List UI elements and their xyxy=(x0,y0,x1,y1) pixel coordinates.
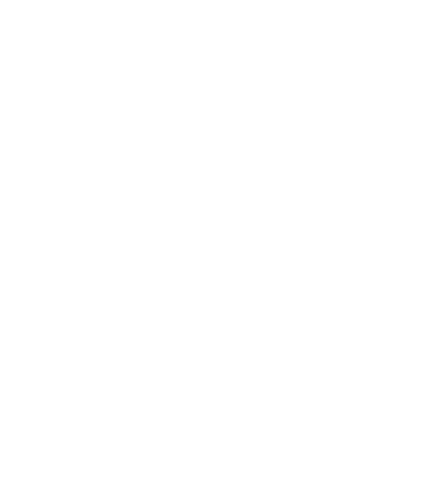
page-wrapper xyxy=(0,0,448,492)
